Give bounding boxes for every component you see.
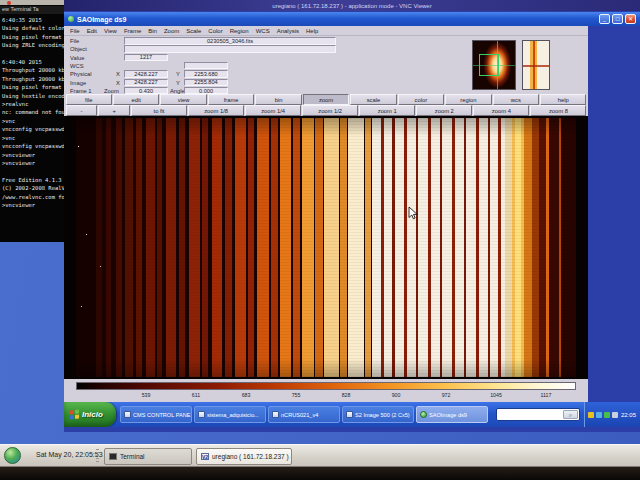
host-clock: Sat May 20, 22:05:53 bbox=[36, 451, 103, 458]
vnc-icon: V2 bbox=[201, 453, 209, 460]
ds9-button-to-fit[interactable]: to fit bbox=[131, 105, 187, 116]
y-label: Y bbox=[176, 71, 180, 77]
ds9-button-edit[interactable]: edit bbox=[113, 94, 159, 105]
terminal-line: (C) 2002-2008 RealVNC bbox=[2, 184, 64, 192]
taskbar-vnc-button[interactable]: V2 uregiano ( 161.72.18.237 ) - app bbox=[196, 448, 292, 465]
maximize-button[interactable]: □ bbox=[612, 14, 623, 24]
ds9-button-color[interactable]: color bbox=[398, 94, 444, 105]
ds9-button-frame[interactable]: frame bbox=[208, 94, 254, 105]
task-label: S2 Image 500 (2 Cx5) bbox=[355, 412, 410, 418]
ds9-button-zoom[interactable]: zoom bbox=[303, 94, 349, 105]
tray-icon[interactable] bbox=[596, 412, 602, 418]
menu-region[interactable]: Region bbox=[227, 28, 252, 34]
colorbar-tick: 972 bbox=[442, 392, 451, 398]
colorbar-gradient[interactable] bbox=[76, 382, 576, 390]
spectrum-image[interactable] bbox=[76, 118, 576, 377]
start-button[interactable]: Inicio bbox=[64, 402, 116, 427]
ds9-titlebar[interactable]: SAOImage ds9 _ □ ✕ bbox=[64, 12, 640, 26]
remote-xp-screen: SAOImage ds9 _ □ ✕ FileEditViewFrameBinZ… bbox=[64, 11, 640, 432]
ds9-button-zoom-2[interactable]: zoom 2 bbox=[416, 105, 472, 116]
menu-frame[interactable]: Frame bbox=[121, 28, 144, 34]
close-button[interactable]: ✕ bbox=[625, 14, 636, 24]
vnc-window-title: uregiano ( 161.72.18.237 ) - application… bbox=[272, 3, 431, 9]
ds9-button--[interactable]: + bbox=[98, 105, 130, 116]
minimize-button[interactable]: _ bbox=[599, 14, 610, 24]
windows-logo-icon bbox=[70, 410, 79, 420]
ds9-image-canvas[interactable] bbox=[64, 116, 588, 379]
task-label: nCRUS021_v4 bbox=[281, 412, 318, 418]
terminal-line: Throughput 20000 kb bbox=[2, 66, 64, 74]
angle-label: Angle bbox=[170, 88, 185, 94]
task-icon bbox=[198, 411, 205, 418]
ds9-colorbar-panel: 53961168375582890097210451117 bbox=[64, 379, 588, 402]
ds9-button-zoom-8[interactable]: zoom 8 bbox=[530, 105, 586, 116]
terminal-menubar[interactable]: ew Terminal Ta bbox=[0, 6, 64, 14]
vnc-viewer-window[interactable]: uregiano ( 161.72.18.237 ) - application… bbox=[64, 0, 640, 432]
ds9-panner[interactable] bbox=[472, 40, 516, 90]
start-button-label: Inicio bbox=[82, 410, 103, 419]
tray-icon[interactable] bbox=[604, 412, 610, 418]
tray-icon[interactable] bbox=[588, 412, 594, 418]
menu-view[interactable]: View bbox=[101, 28, 120, 34]
menu-help[interactable]: Help bbox=[303, 28, 321, 34]
terminal-line: >vncviewer bbox=[2, 201, 64, 209]
system-tray: 22:05 bbox=[584, 402, 640, 427]
colorbar-tick: 683 bbox=[242, 392, 251, 398]
ds9-button-zoom-1[interactable]: zoom 1 bbox=[359, 105, 415, 116]
colorbar-tick: 539 bbox=[142, 392, 151, 398]
taskbar-task-button[interactable]: CMS CONTROL PANE... bbox=[120, 406, 192, 423]
ds9-button-zoom-1-8[interactable]: zoom 1/8 bbox=[188, 105, 244, 116]
terminal-line: 6:40:40 2015 bbox=[2, 58, 64, 66]
host-menu-icon[interactable] bbox=[4, 447, 21, 464]
ds9-button-zoom-1-4[interactable]: zoom 1/4 bbox=[245, 105, 301, 116]
taskbar-separator bbox=[96, 449, 99, 464]
value-value: 1217 bbox=[124, 54, 168, 62]
taskbar-search-input[interactable]: ⌕ bbox=[496, 408, 580, 421]
menu-scale[interactable]: Scale bbox=[183, 28, 204, 34]
ds9-button-wcs[interactable]: wcs bbox=[493, 94, 539, 105]
menu-wcs[interactable]: WCS bbox=[253, 28, 273, 34]
menu-zoom[interactable]: Zoom bbox=[161, 28, 182, 34]
task-label: sistema_adquisicio... bbox=[207, 412, 259, 418]
hot-pixels bbox=[78, 146, 79, 147]
vnc-task-label: uregiano ( 161.72.18.237 ) - app bbox=[212, 453, 292, 460]
ds9-magnifier[interactable] bbox=[522, 40, 550, 90]
wcs-value bbox=[184, 62, 228, 70]
menu-bin[interactable]: Bin bbox=[145, 28, 160, 34]
colorbar-ticks: 53961168375582890097210451117 bbox=[76, 392, 576, 401]
zoom-label: Zoom bbox=[104, 88, 119, 94]
ds9-button--[interactable]: - bbox=[66, 105, 98, 116]
menu-analysis[interactable]: Analysis bbox=[274, 28, 302, 34]
search-go-button[interactable]: ⌕ bbox=[563, 410, 578, 419]
terminal-line: >realvnc bbox=[2, 100, 64, 108]
menu-file[interactable]: File bbox=[67, 28, 83, 34]
panner-view-box[interactable] bbox=[479, 54, 499, 75]
ds9-button-region[interactable]: region bbox=[445, 94, 491, 105]
ds9-button-zoom-4[interactable]: zoom 4 bbox=[473, 105, 529, 116]
ds9-button-scale[interactable]: scale bbox=[350, 94, 396, 105]
ds9-button-view[interactable]: view bbox=[160, 94, 206, 105]
menu-color[interactable]: Color bbox=[205, 28, 225, 34]
terminal-line: 6:40:35 2015 bbox=[2, 16, 64, 24]
ds9-button-file[interactable]: file bbox=[66, 94, 112, 105]
physical-label: Physical bbox=[70, 71, 92, 77]
vnc-titlebar[interactable]: uregiano ( 161.72.18.237 ) - application… bbox=[64, 0, 640, 11]
taskbar-task-button[interactable]: S2 Image 500 (2 Cx5) bbox=[342, 406, 414, 423]
taskbar-task-button[interactable]: SAOImage ds9 bbox=[416, 406, 488, 423]
monitor-bezel bbox=[0, 467, 640, 480]
ds9-button-bin[interactable]: bin bbox=[255, 94, 301, 105]
tray-icon[interactable] bbox=[612, 412, 618, 418]
colorbar-tick: 1045 bbox=[490, 392, 502, 398]
menu-edit[interactable]: Edit bbox=[84, 28, 100, 34]
host-terminal-window[interactable]: ew Terminal Ta 6:40:35 2015 Using defaul… bbox=[0, 0, 64, 242]
task-icon bbox=[420, 411, 427, 418]
image-x-value: 2428.227 bbox=[124, 79, 168, 87]
file-value: 0230505_3046.fits bbox=[124, 37, 336, 45]
taskbar-task-button[interactable]: sistema_adquisicio... bbox=[194, 406, 266, 423]
taskbar-terminal-button[interactable]: Terminal bbox=[104, 448, 192, 465]
ds9-window-content: FileEditViewFrameBinZoomScaleColorRegion… bbox=[64, 26, 588, 402]
taskbar-task-button[interactable]: nCRUS021_v4 bbox=[268, 406, 340, 423]
ds9-button-zoom-1-2[interactable]: zoom 1/2 bbox=[302, 105, 358, 116]
terminal-close-icon[interactable] bbox=[7, 1, 11, 5]
ds9-button-help[interactable]: help bbox=[540, 94, 586, 105]
